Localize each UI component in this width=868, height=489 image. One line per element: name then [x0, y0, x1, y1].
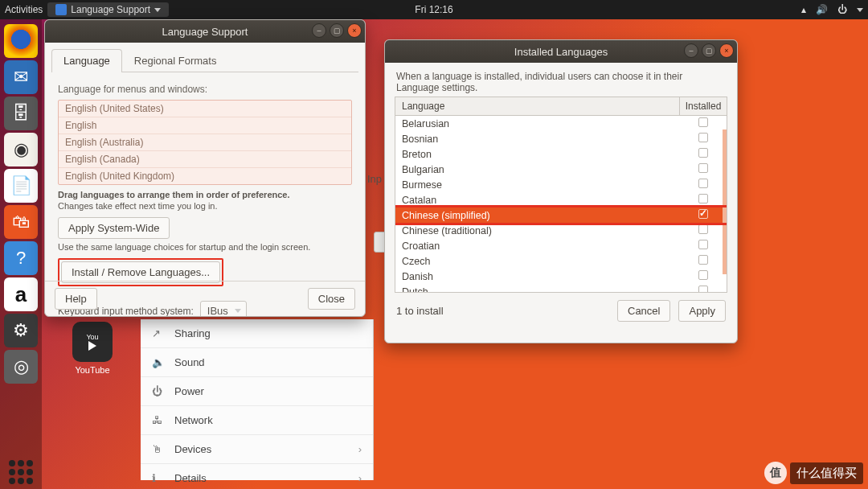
top-panel: Activities Language Support Fri 12:16 ▴ … — [0, 0, 868, 19]
language-row[interactable]: Danish — [395, 269, 727, 284]
installed-checkbox[interactable] — [698, 224, 708, 234]
settings-row-label: Sharing — [174, 327, 211, 339]
network-icon[interactable]: ▴ — [801, 4, 806, 15]
settings-row-label: Power — [174, 385, 204, 397]
settings-row-devices[interactable]: 🖱Devices› — [141, 435, 373, 464]
language-order-item[interactable]: English — [59, 117, 351, 134]
language-row[interactable]: Chinese (simplified) — [395, 208, 727, 223]
language-row[interactable]: Catalan — [395, 192, 727, 208]
language-order-item[interactable]: English (Australia) — [59, 134, 351, 151]
language-row-label: Burmese — [395, 179, 680, 191]
cancel-button[interactable]: Cancel — [617, 300, 670, 322]
titlebar[interactable]: Language Support – ▢ × — [45, 20, 365, 43]
help-button[interactable]: Help — [55, 288, 97, 310]
install-status: 1 to install — [396, 305, 444, 317]
volume-icon[interactable]: 🔊 — [816, 4, 828, 15]
tab-regional-formats[interactable]: Regional Formats — [122, 49, 229, 72]
section-label: Language for menus and windows: — [58, 84, 352, 95]
chevron-right-icon: › — [358, 472, 362, 484]
clock[interactable]: Fri 12:16 — [415, 4, 452, 15]
app-menu-label: Language Support — [71, 4, 150, 15]
settings-row-sound[interactable]: 🔈Sound — [141, 348, 373, 377]
installed-checkbox[interactable] — [698, 286, 708, 293]
tab-language[interactable]: Language — [51, 49, 122, 72]
dock-thunderbird[interactable]: ✉ — [4, 60, 38, 94]
close-button[interactable]: × — [719, 43, 734, 58]
scrollbar-indicator[interactable] — [723, 129, 727, 274]
dialog-message: When a language is installed, individual… — [385, 63, 737, 97]
installed-checkbox[interactable] — [698, 240, 708, 249]
dock-ubuntu-software[interactable]: 🛍 — [4, 205, 38, 239]
language-row[interactable]: Bosnian — [395, 131, 727, 146]
language-row[interactable]: Burmese — [395, 177, 727, 192]
power-icon[interactable]: ⏻ — [837, 4, 847, 15]
dock-rhythmbox[interactable]: ◉ — [4, 133, 38, 166]
dock-firefox[interactable] — [4, 24, 38, 58]
titlebar[interactable]: Installed Languages – ▢ × — [385, 40, 737, 63]
installed-checkbox[interactable] — [698, 117, 708, 127]
installed-checkbox[interactable] — [698, 194, 708, 203]
language-row[interactable]: Belarusian — [395, 116, 727, 131]
installed-checkbox[interactable] — [698, 163, 708, 173]
language-row[interactable]: Bulgarian — [395, 162, 727, 177]
chevron-right-icon: › — [358, 443, 362, 455]
language-row-label: Bulgarian — [395, 164, 680, 175]
close-button[interactable]: × — [347, 23, 362, 38]
desktop-icon-youtube[interactable]: You YouTube — [56, 322, 129, 375]
install-remove-languages-button[interactable]: Install / Remove Languages... — [61, 261, 220, 283]
language-support-icon — [55, 4, 67, 15]
settings-row-label: Network — [174, 414, 213, 426]
language-order-item[interactable]: English (Canada) — [59, 151, 351, 168]
installed-checkbox[interactable] — [698, 179, 708, 188]
column-header-installed[interactable]: Installed — [680, 97, 727, 115]
installed-checkbox[interactable] — [698, 270, 708, 280]
language-row-label: Czech — [395, 256, 680, 267]
language-row-label: Breton — [395, 149, 680, 160]
apply-system-wide-button[interactable]: Apply System-Wide — [58, 217, 170, 239]
language-row[interactable]: Dutch — [395, 284, 727, 293]
language-row[interactable]: Croatian — [395, 238, 727, 253]
settings-row-sharing[interactable]: ↗Sharing — [141, 319, 373, 348]
devices-icon: 🖱 — [152, 443, 165, 455]
maximize-button[interactable]: ▢ — [702, 43, 716, 58]
languages-grid: Language Installed BelarusianBosnianBret… — [395, 97, 727, 293]
installed-languages-dialog: Installed Languages – ▢ × When a languag… — [384, 39, 738, 343]
watermark: 值 什么值得买 — [764, 462, 863, 484]
language-row[interactable]: Chinese (traditional) — [395, 223, 727, 238]
minimize-button[interactable]: – — [312, 23, 326, 38]
close-dialog-button[interactable]: Close — [308, 288, 355, 310]
installed-checkbox[interactable] — [698, 133, 708, 142]
language-order-list[interactable]: English (United States)EnglishEnglish (A… — [58, 100, 352, 185]
app-menu[interactable]: Language Support — [47, 2, 169, 17]
language-row[interactable]: Breton — [395, 146, 727, 162]
dock-settings-gears[interactable]: ⚙ — [4, 314, 38, 347]
apply-hint: Use the same language choices for startu… — [58, 242, 352, 252]
language-row-label: Chinese (simplified) — [395, 210, 680, 221]
minimize-button[interactable]: – — [684, 43, 698, 58]
settings-row-details[interactable]: ℹDetails› — [141, 464, 373, 489]
dock-files[interactable]: 🗄 — [4, 97, 38, 130]
dock-amazon[interactable]: a — [4, 277, 38, 311]
settings-row-network[interactable]: 🖧Network — [141, 406, 373, 435]
dock-show-applications[interactable] — [9, 460, 33, 484]
language-order-item[interactable]: English (United Kingdom) — [59, 168, 351, 184]
activities-button[interactable]: Activities — [5, 4, 43, 15]
maximize-button[interactable]: ▢ — [330, 23, 344, 38]
installed-checkbox[interactable] — [698, 148, 708, 158]
play-icon — [88, 341, 96, 351]
installed-checkbox[interactable] — [698, 209, 708, 219]
dock-libreoffice-writer[interactable]: 📄 — [4, 169, 38, 203]
column-header-language[interactable]: Language — [395, 97, 680, 115]
chevron-down-icon — [154, 8, 161, 12]
dock-settings[interactable]: ◎ — [4, 350, 38, 384]
language-row[interactable]: Czech — [395, 253, 727, 269]
settings-row-label: Details — [174, 472, 207, 484]
installed-checkbox[interactable] — [698, 255, 708, 265]
language-order-item[interactable]: English (United States) — [59, 101, 351, 117]
window-title: Language Support — [162, 26, 248, 38]
apply-button[interactable]: Apply — [678, 300, 726, 322]
dock-help[interactable]: ? — [4, 241, 38, 275]
watermark-text: 什么值得买 — [790, 462, 863, 484]
settings-row-power[interactable]: ⏻Power — [141, 377, 373, 406]
language-row-label: Catalan — [395, 195, 680, 206]
